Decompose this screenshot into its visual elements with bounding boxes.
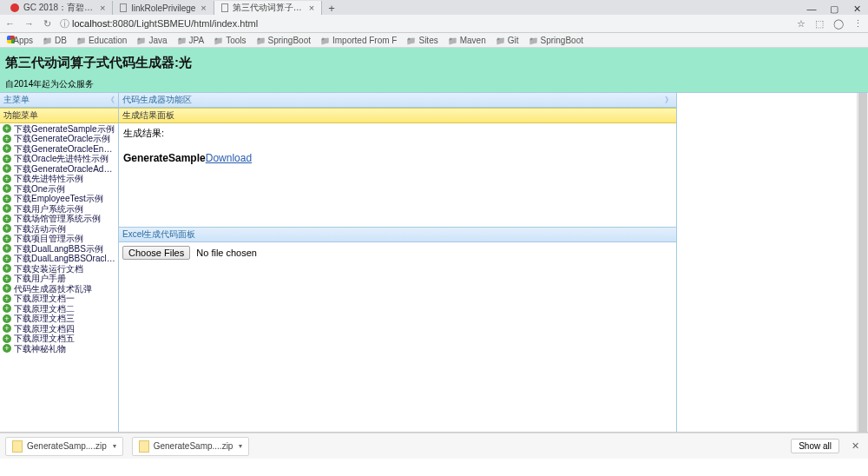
plus-icon: +	[3, 344, 11, 353]
choose-files-button[interactable]: Choose Files	[122, 246, 190, 260]
browser-tab[interactable]: GC 2018：育碧新作《纪元 ×	[3, 1, 113, 15]
favicon	[221, 3, 228, 12]
url-input[interactable]: ⓘ localhost:8080/LightSBMEU/html/index.h…	[60, 17, 790, 30]
menu-item[interactable]: +下载用户系统示例	[0, 204, 118, 214]
panel-title: 生成结果面板	[122, 109, 174, 122]
tab-close-icon[interactable]: ×	[100, 3, 105, 13]
menu-item-label: 下载原理文档二	[14, 304, 75, 314]
menu-item[interactable]: +下载原理文档三	[0, 314, 118, 323]
plus-icon: +	[3, 235, 11, 243]
menu-item[interactable]: +下载神秘礼物	[0, 344, 118, 354]
new-tab-button[interactable]: +	[322, 2, 341, 15]
menu-item[interactable]: +下载Oracle先进特性示例	[0, 154, 118, 163]
chevron-down-icon[interactable]: ▾	[239, 442, 242, 450]
plus-icon: +	[3, 244, 11, 253]
menu-item[interactable]: +下载先进特性示例	[0, 174, 118, 183]
menu-item-label: 下载活动示例	[14, 224, 66, 234]
download-item[interactable]: GenerateSamp....zip ▾	[5, 437, 123, 456]
plus-icon: +	[3, 224, 11, 233]
window-minimize-icon[interactable]: —	[800, 3, 823, 15]
show-all-button[interactable]: Show all	[791, 439, 839, 453]
menu-item-label: 下载场馆管理系统示例	[14, 214, 101, 223]
bookmark-folder[interactable]: Git	[496, 36, 519, 45]
apps-shortcut[interactable]: Apps	[7, 36, 33, 45]
file-chosen-text: No file chosen	[196, 248, 257, 258]
plus-icon: +	[3, 144, 11, 153]
menu-item[interactable]: +下载活动示例	[0, 224, 118, 234]
download-link[interactable]: Download	[206, 152, 252, 164]
menu-item[interactable]: +下载原理文档二	[0, 304, 118, 314]
favicon	[120, 3, 127, 12]
plus-icon: +	[3, 314, 11, 323]
scrollbar[interactable]	[857, 93, 868, 433]
bookmark-folder[interactable]: Education	[76, 36, 127, 45]
extension-icon[interactable]: ⬚	[815, 18, 824, 30]
menu-item[interactable]: +下载原理文档四	[0, 324, 118, 334]
menu-item[interactable]: +下载原理文档一	[0, 294, 118, 303]
chevron-down-icon[interactable]: ▾	[113, 442, 116, 450]
plus-icon: +	[3, 304, 11, 313]
menu-item-label: 下载One示例	[14, 184, 65, 194]
menu-item[interactable]: +下载场馆管理系统示例	[0, 214, 118, 223]
menu-item[interactable]: +下载GenerateOracleAdvancedEn示例	[0, 164, 118, 174]
menu-item[interactable]: +下载DualLangBBSOracle示例	[0, 254, 118, 263]
close-shelf-icon[interactable]: ✕	[848, 440, 863, 452]
window-close-icon[interactable]: ✕	[845, 3, 868, 15]
tab-close-icon[interactable]: ×	[201, 3, 206, 13]
download-item[interactable]: GenerateSamp....zip ▾	[132, 437, 250, 456]
scrollbar-thumb[interactable]	[858, 93, 867, 433]
bookmark-folder[interactable]: Imported From F	[320, 36, 397, 45]
menu-item[interactable]: +下载用户手册	[0, 274, 118, 283]
menu-item[interactable]: +下载安装运行文档	[0, 264, 118, 274]
menu-item[interactable]: +下载One示例	[0, 184, 118, 194]
browser-tab[interactable]: linkRolePrivilege ×	[113, 1, 214, 15]
bookmark-folder[interactable]: SpringBoot	[529, 36, 583, 45]
plus-icon: +	[3, 135, 11, 143]
nav-forward-icon[interactable]: →	[24, 18, 34, 30]
plus-icon: +	[3, 204, 11, 213]
menu-item-label: 下载Oracle先进特性示例	[14, 154, 108, 163]
bookmark-folder[interactable]: DB	[43, 36, 67, 45]
menu-item[interactable]: +下载GenerateSample示例	[0, 124, 118, 134]
panel-header-main-menu: 主菜单 《	[0, 93, 118, 108]
download-filename: GenerateSamp....zip	[27, 441, 107, 451]
nav-back-icon[interactable]: ←	[5, 18, 15, 30]
window-maximize-icon[interactable]: ▢	[823, 3, 845, 15]
menu-item[interactable]: +代码生成器技术乱弹	[0, 284, 118, 294]
bookmark-folder[interactable]: Sites	[406, 36, 437, 45]
bookmark-folder[interactable]: Java	[136, 36, 167, 45]
collapse-left-icon[interactable]: 《	[107, 95, 115, 106]
result-name: GenerateSample	[123, 152, 206, 164]
panel-header-excel: Excel生成代码面板	[119, 228, 676, 242]
menu-list: +下载GenerateSample示例+下载GenerateOracle示例+下…	[0, 123, 118, 433]
bookmark-folder[interactable]: Maven	[448, 36, 486, 45]
tab-label: 第三代动词算子式代码生...	[233, 2, 304, 14]
plus-icon: +	[3, 334, 11, 343]
excel-panel: Choose Files No file chosen	[119, 242, 676, 263]
tab-close-icon[interactable]: ×	[309, 3, 314, 13]
bookmark-folder[interactable]: SpringBoot	[256, 36, 311, 45]
menu-item[interactable]: +下载EmployeeTest示例	[0, 194, 118, 203]
bookmark-folder[interactable]: JPA	[177, 36, 205, 45]
menu-icon[interactable]: ⋮	[853, 18, 863, 30]
menu-item[interactable]: +下载DualLangBBS示例	[0, 244, 118, 254]
star-icon[interactable]: ☆	[797, 18, 806, 30]
plus-icon: +	[3, 284, 11, 293]
menu-item-label: 下载安装运行文档	[14, 264, 83, 274]
page-subtitle: 自2014年起为公众服务	[5, 76, 863, 92]
bookmark-folder[interactable]: Tools	[214, 36, 246, 45]
browser-tabstrip: GC 2018：育碧新作《纪元 × linkRolePrivilege × 第三…	[0, 0, 868, 15]
profile-icon[interactable]: ◯	[833, 18, 844, 30]
browser-tab-active[interactable]: 第三代动词算子式代码生... ×	[214, 1, 322, 15]
menu-item[interactable]: +下载GenerateOracleEn示例	[0, 144, 118, 154]
file-icon	[12, 440, 23, 453]
collapse-right-icon[interactable]: 》	[665, 95, 673, 106]
menu-item[interactable]: +下载GenerateOracle示例	[0, 134, 118, 143]
page: 第三代动词算子式代码生成器:光 自2014年起为公众服务 主菜单 《 功能菜单 …	[0, 48, 868, 433]
panel-title: 主菜单	[3, 94, 30, 106]
menu-item[interactable]: +下载原理文档五	[0, 334, 118, 343]
panel-title: 功能菜单	[3, 109, 38, 122]
download-filename: GenerateSamp....zip	[154, 441, 233, 451]
menu-item[interactable]: +下载项目管理示例	[0, 234, 118, 243]
nav-reload-icon[interactable]: ↻	[43, 18, 51, 30]
